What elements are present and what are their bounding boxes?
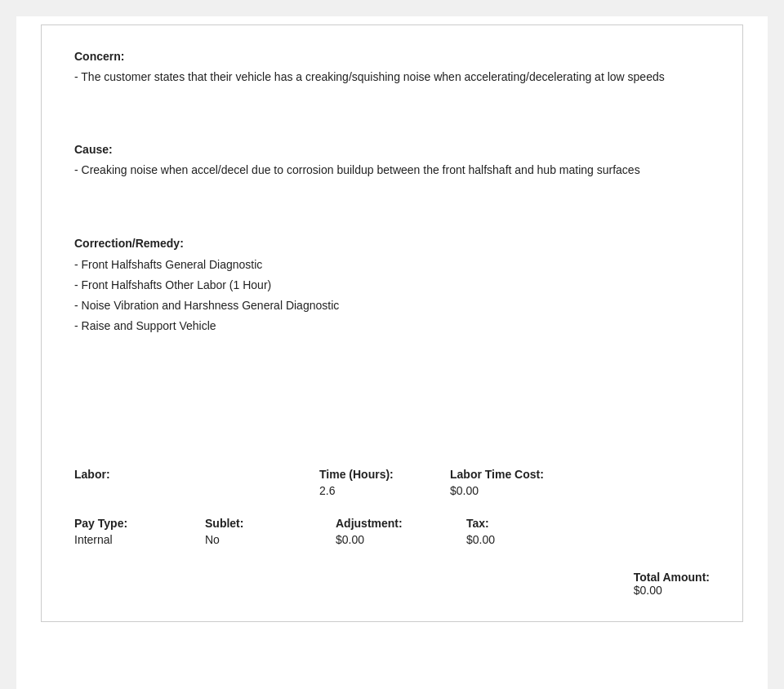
labor-time-cost-label: Labor Time Cost: xyxy=(450,468,613,481)
labor-section: Labor: Time (Hours): 2.6 Labor Time Cost… xyxy=(74,460,710,497)
list-item: - Front Halfshafts General Diagnostic xyxy=(74,255,710,275)
spacer-1 xyxy=(74,110,710,143)
list-item: - Noise Vibration and Harshness General … xyxy=(74,296,710,316)
pay-type-label: Pay Type: xyxy=(74,517,205,530)
concern-section: Concern: - The customer states that thei… xyxy=(74,50,710,86)
list-item: - Raise and Support Vehicle xyxy=(74,316,710,336)
sublet-value: No xyxy=(205,533,336,546)
list-item: - Front Halfshafts Other Labor (1 Hour) xyxy=(74,275,710,296)
page-container: Concern: - The customer states that thei… xyxy=(16,16,768,689)
total-box: Total Amount: $0.00 xyxy=(634,571,710,597)
adjustment-value: $0.00 xyxy=(336,533,466,546)
labor-label: Labor: xyxy=(74,468,110,481)
adjustment-col: Adjustment: $0.00 xyxy=(336,517,466,546)
content-box: Concern: - The customer states that thei… xyxy=(41,24,743,622)
correction-label: Correction/Remedy: xyxy=(74,237,710,250)
labor-time-hours-value: 2.6 xyxy=(319,484,450,497)
sublet-col: Sublet: No xyxy=(205,517,336,546)
labor-header-row: Labor: Time (Hours): 2.6 Labor Time Cost… xyxy=(74,468,710,497)
total-section: Total Amount: $0.00 xyxy=(74,571,710,597)
pay-type-value: Internal xyxy=(74,533,205,546)
pay-type-col: Pay Type: Internal xyxy=(74,517,205,546)
labor-time-cost-value: $0.00 xyxy=(450,484,613,497)
cause-section: Cause: - Creaking noise when accel/decel… xyxy=(74,143,710,179)
correction-section: Correction/Remedy: - Front Halfshafts Ge… xyxy=(74,237,710,337)
spacer-2 xyxy=(74,204,710,237)
pay-type-section: Pay Type: Internal Sublet: No Adjustment… xyxy=(74,517,710,546)
cause-text: - Creaking noise when accel/decel due to… xyxy=(74,161,710,179)
labor-time-col: Time (Hours): 2.6 xyxy=(319,468,450,497)
spacer-4 xyxy=(74,394,710,427)
spacer-3 xyxy=(74,362,710,394)
labor-label-col: Labor: xyxy=(74,468,319,481)
total-value: $0.00 xyxy=(634,584,710,597)
tax-col: Tax: $0.00 xyxy=(466,517,597,546)
labor-cost-col: Labor Time Cost: $0.00 xyxy=(450,468,613,497)
tax-value: $0.00 xyxy=(466,533,597,546)
tax-label: Tax: xyxy=(466,517,597,530)
labor-time-hours-label: Time (Hours): xyxy=(319,468,450,481)
concern-text: - The customer states that their vehicle… xyxy=(74,68,710,86)
concern-label: Concern: xyxy=(74,50,710,63)
adjustment-label: Adjustment: xyxy=(336,517,466,530)
cause-label: Cause: xyxy=(74,143,710,156)
sublet-label: Sublet: xyxy=(205,517,336,530)
correction-list: - Front Halfshafts General Diagnostic - … xyxy=(74,255,710,337)
total-label: Total Amount: xyxy=(634,571,710,584)
